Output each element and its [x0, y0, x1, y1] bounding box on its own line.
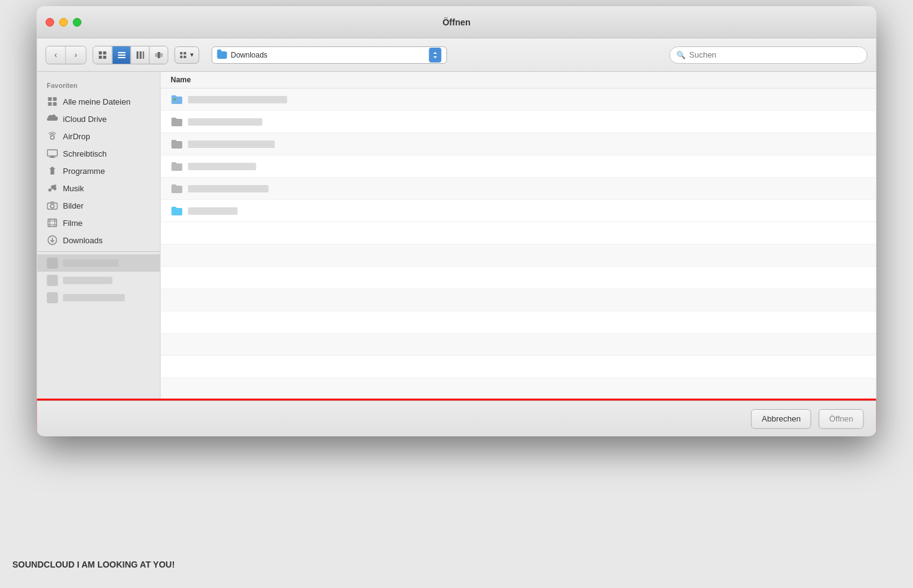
columns-icon	[136, 51, 144, 59]
sidebar-item-label-all-files: Alle meine Dateien	[63, 97, 131, 106]
table-row-empty-3	[161, 267, 876, 289]
titlebar-buttons	[46, 18, 82, 27]
table-row[interactable]	[161, 200, 876, 222]
nav-buttons: ‹ ›	[46, 46, 87, 64]
titlebar: Öffnen	[37, 6, 876, 38]
sidebar-item-apps[interactable]: Programme	[37, 162, 160, 179]
svg-rect-29	[48, 219, 57, 227]
svg-rect-8	[139, 51, 141, 59]
close-button[interactable]	[46, 18, 55, 27]
blurred-icon-3	[47, 292, 58, 303]
file-icon-2	[171, 116, 183, 128]
list-icon	[117, 51, 126, 59]
sidebar-item-label-movies: Filme	[63, 218, 83, 228]
search-icon: 🔍	[676, 51, 686, 59]
sidebar-item-label-airdrop: AirDrop	[63, 132, 90, 141]
file-icon-1	[171, 93, 183, 106]
table-row-empty-8	[161, 378, 876, 400]
back-button[interactable]: ‹	[46, 46, 66, 64]
svg-rect-35	[174, 98, 176, 100]
file-icon-6	[171, 205, 183, 217]
file-name-blurred-2	[188, 118, 263, 126]
svg-rect-17	[48, 97, 52, 101]
table-row[interactable]	[161, 111, 876, 133]
sidebar-item-airdrop[interactable]: AirDrop	[37, 128, 160, 145]
maximize-button[interactable]	[73, 18, 82, 27]
sidebar-item-all-files[interactable]: Alle meine Dateien	[37, 93, 160, 110]
sidebar-item-desktop[interactable]: Schreibtisch	[37, 145, 160, 162]
music-icon	[47, 183, 58, 194]
blurred-label-2	[63, 277, 113, 284]
file-name-blurred-5	[188, 185, 269, 192]
view-column-button[interactable]	[131, 46, 149, 64]
arrange-button[interactable]: ▾	[175, 46, 199, 64]
sidebar: Favoriten Alle meine Dateien	[37, 72, 161, 400]
sidebar-item-label-pictures: Bilder	[63, 201, 84, 210]
sidebar-item-blurred-1[interactable]	[37, 254, 160, 272]
table-row[interactable]	[161, 89, 876, 111]
view-icon-button[interactable]	[94, 46, 112, 64]
svg-rect-14	[184, 52, 186, 54]
sidebar-item-pictures[interactable]: Bilder	[37, 197, 160, 214]
all-files-icon	[47, 96, 58, 107]
svg-rect-20	[53, 102, 57, 106]
table-row[interactable]	[161, 133, 876, 155]
apps-icon	[47, 165, 58, 176]
table-row-empty-4	[161, 289, 876, 311]
sidebar-item-blurred-3[interactable]	[37, 289, 160, 306]
table-row-empty-2	[161, 244, 876, 267]
sidebar-item-label-icloud: iCloud Drive	[63, 115, 107, 124]
file-name-blurred-3	[188, 141, 275, 148]
sidebar-item-icloud[interactable]: iCloud Drive	[37, 110, 160, 128]
minimize-button[interactable]	[59, 18, 68, 27]
blurred-icon-2	[47, 275, 58, 286]
content-area: Favoriten Alle meine Dateien	[37, 72, 876, 400]
open-dialog: Öffnen ‹ ›	[37, 6, 876, 436]
svg-rect-3	[103, 56, 107, 59]
view-list-button[interactable]	[112, 46, 131, 64]
path-chevron-icon	[429, 48, 442, 63]
sidebar-item-blurred-2[interactable]	[37, 272, 160, 289]
file-list-header: Name	[161, 72, 876, 89]
search-input[interactable]	[689, 50, 861, 59]
dialog-overlay: Öffnen ‹ ›	[0, 0, 913, 588]
svg-point-21	[51, 136, 55, 139]
svg-rect-11	[157, 52, 160, 58]
table-row-empty-5	[161, 311, 876, 334]
blurred-label-1	[63, 259, 119, 267]
dialog-title: Öffnen	[442, 17, 470, 27]
table-row[interactable]	[161, 178, 876, 200]
svg-rect-1	[103, 51, 107, 54]
path-selector-content: Downloads	[217, 51, 268, 59]
arrange-icon	[180, 51, 188, 59]
file-name-blurred-4	[188, 163, 256, 170]
view-cover-button[interactable]	[149, 46, 168, 64]
sidebar-section-label: Favoriten	[37, 79, 160, 93]
svg-rect-18	[53, 97, 57, 101]
svg-rect-23	[51, 156, 55, 157]
sidebar-item-label-music: Musik	[63, 184, 84, 193]
file-name-blurred-6	[188, 207, 238, 215]
file-list: Name	[161, 72, 876, 400]
forward-button[interactable]: ›	[66, 46, 86, 64]
coverflow-icon	[154, 51, 163, 59]
table-row[interactable]	[161, 155, 876, 178]
path-folder-icon	[217, 51, 227, 59]
sidebar-item-downloads[interactable]: Downloads	[37, 231, 160, 249]
path-text: Downloads	[231, 51, 268, 59]
sidebar-item-movies[interactable]: Filme	[37, 214, 160, 231]
sidebar-item-music[interactable]: Musik	[37, 179, 160, 197]
sidebar-separator	[37, 251, 160, 252]
film-icon	[47, 217, 58, 228]
svg-rect-0	[99, 51, 102, 54]
svg-rect-5	[118, 54, 125, 56]
airdrop-icon	[47, 131, 58, 142]
table-row-empty-6	[161, 334, 876, 356]
download-icon	[47, 235, 58, 246]
table-row-empty-7	[161, 356, 876, 378]
cancel-button[interactable]: Abbrechen	[751, 409, 811, 429]
open-button[interactable]: Öffnen	[819, 409, 864, 429]
desktop-icon	[47, 148, 58, 159]
updown-chevron-icon	[432, 51, 439, 59]
path-selector[interactable]: Downloads	[212, 46, 447, 64]
